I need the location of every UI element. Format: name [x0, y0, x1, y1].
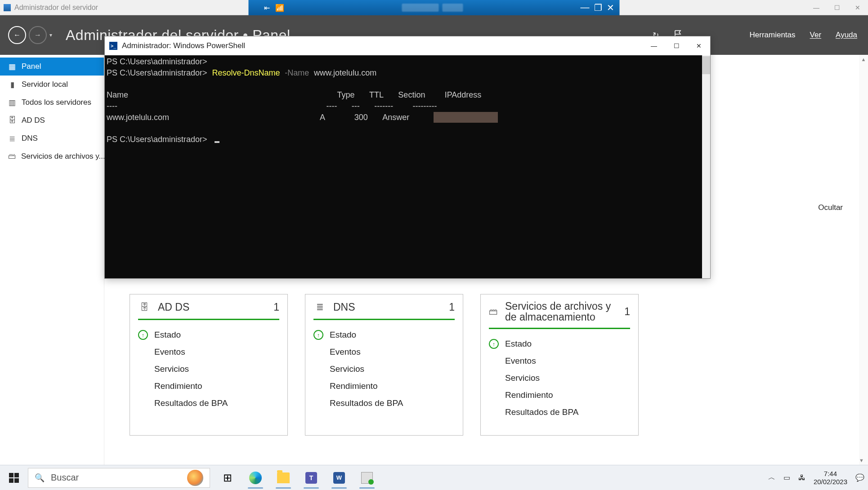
sidebar-item-panel[interactable]: ▦ Panel	[0, 58, 104, 76]
inner-close-button[interactable]: ✕	[607, 2, 614, 13]
dns-icon: ≣	[313, 301, 326, 313]
outer-minimize-button[interactable]: —	[806, 0, 827, 15]
taskbar-explorer[interactable]	[269, 465, 297, 490]
sidebar-item-file-services[interactable]: 🗃 Servicios de archivos y...	[0, 147, 104, 165]
status-up-icon: ↑	[313, 330, 323, 340]
sidebar-item-label: Servicios de archivos y...	[21, 152, 105, 161]
tile-file-services[interactable]: 🗃 Servicios de archivos y de almacenamie…	[480, 294, 639, 436]
servers-icon: ▥	[8, 98, 16, 107]
ps-scrollbar[interactable]	[702, 55, 710, 278]
storage-icon: 🗃	[8, 152, 16, 160]
tile-row-rendimiento[interactable]: Rendimiento	[138, 378, 279, 395]
nav-history-dropdown[interactable]: ▾	[49, 32, 52, 38]
nav-back-button[interactable]: ←	[8, 26, 26, 44]
status-up-icon: ↑	[138, 330, 148, 340]
tile-row-rendimiento[interactable]: Rendimiento	[489, 387, 630, 404]
quickstart-panel-border	[712, 85, 843, 248]
signal-icon: 📶	[275, 4, 284, 12]
powershell-titlebar[interactable]: >_ Administrador: Windows PowerShell — ☐…	[105, 36, 710, 55]
tile-adds[interactable]: 🗄 AD DS 1 ↑Estado Eventos Servicios Rend…	[130, 294, 288, 436]
tile-row-estado[interactable]: ↑Estado	[313, 326, 455, 343]
ps-maximize-button[interactable]: ☐	[665, 36, 688, 55]
inner-minimize-button[interactable]: —	[581, 2, 590, 13]
taskbar-search[interactable]: 🔍 Buscar	[28, 468, 210, 488]
tile-row-estado[interactable]: ↑Estado	[489, 335, 630, 352]
tile-row-servicios[interactable]: Servicios	[489, 370, 630, 387]
menu-ver[interactable]: Ver	[810, 31, 822, 40]
cursor	[215, 141, 219, 143]
menu-ayuda[interactable]: Ayuda	[836, 31, 857, 40]
menu-herramientas[interactable]: Herramientas	[750, 31, 796, 40]
tile-title: DNS	[333, 301, 355, 313]
sidebar-item-label: Panel	[22, 62, 41, 71]
tile-row-eventos[interactable]: Eventos	[313, 343, 455, 361]
folder-icon	[277, 472, 290, 483]
pin-icon[interactable]: ⇤	[264, 4, 270, 12]
content-scrollbar[interactable]: ▲ ▼	[859, 55, 868, 465]
sidebar-item-label: Servidor local	[22, 80, 68, 89]
taskbar: 🔍 Buscar ⊞ T W ︿ ▭ 🖧 7:44 20/02/2023 💬	[0, 465, 868, 490]
taskbar-server-manager[interactable]	[353, 465, 381, 490]
tile-row-eventos[interactable]: Eventos	[138, 343, 279, 361]
word-icon: W	[333, 472, 345, 484]
taskbar-teams[interactable]: T	[297, 465, 325, 490]
sidebar-item-label: AD DS	[22, 116, 45, 125]
adds-icon: 🗄	[138, 301, 151, 313]
outer-close-button[interactable]: ✕	[847, 0, 868, 15]
tile-divider	[313, 319, 455, 320]
outer-maximize-button[interactable]: ☐	[827, 0, 847, 15]
battery-icon[interactable]: ▭	[783, 473, 790, 482]
tile-divider	[138, 319, 279, 320]
tile-count: 1	[273, 301, 279, 313]
taskbar-word[interactable]: W	[325, 465, 353, 490]
tile-row-eventos[interactable]: Eventos	[489, 352, 630, 370]
tile-row-bpa[interactable]: Resultados de BPA	[489, 404, 630, 421]
tile-count: 1	[624, 306, 630, 318]
network-icon[interactable]: 🖧	[798, 474, 805, 482]
inner-title-blurred	[402, 4, 438, 12]
sidebar-item-label: Todos los servidores	[22, 98, 91, 107]
teams-icon: T	[305, 472, 317, 484]
tile-title: AD DS	[158, 301, 189, 313]
start-button[interactable]	[0, 465, 28, 490]
ps-close-button[interactable]: ✕	[688, 36, 710, 55]
tile-count: 1	[449, 301, 455, 313]
tile-dns[interactable]: ≣ DNS 1 ↑Estado Eventos Servicios Rendim…	[305, 294, 463, 436]
sidebar-item-dns[interactable]: ≣ DNS	[0, 129, 104, 147]
task-view-button[interactable]: ⊞	[214, 465, 242, 490]
edge-icon	[249, 472, 262, 484]
sidebar-item-all-servers[interactable]: ▥ Todos los servidores	[0, 94, 104, 111]
taskbar-clock[interactable]: 7:44 20/02/2023	[814, 470, 847, 486]
inner-title-blurred-2	[442, 4, 463, 12]
sidebar-item-adds[interactable]: 🗄 AD DS	[0, 111, 104, 129]
taskbar-edge[interactable]	[242, 465, 269, 490]
ocultar-link[interactable]: Ocultar	[818, 203, 843, 212]
inner-restore-button[interactable]: ❐	[594, 2, 602, 13]
ps-minimize-button[interactable]: —	[643, 36, 665, 55]
scroll-down-icon[interactable]: ▼	[859, 456, 864, 465]
window-title: Administrador del servidor	[14, 4, 98, 12]
powershell-window: >_ Administrador: Windows PowerShell — ☐…	[104, 36, 711, 279]
scroll-up-icon[interactable]: ▲	[859, 55, 868, 64]
status-up-icon: ↑	[489, 339, 499, 349]
tile-row-servicios[interactable]: Servicios	[138, 361, 279, 378]
tile-row-rendimiento[interactable]: Rendimiento	[313, 378, 455, 395]
action-center-button[interactable]: 💬	[855, 473, 864, 482]
role-tiles: 🗄 AD DS 1 ↑Estado Eventos Servicios Rend…	[130, 294, 857, 436]
search-placeholder: Buscar	[51, 472, 79, 483]
inner-window-controls: ⇤ 📶 — ❐ ✕	[249, 0, 620, 15]
tile-row-servicios[interactable]: Servicios	[313, 361, 455, 378]
tile-row-estado[interactable]: ↑Estado	[138, 326, 279, 343]
server-manager-icon	[4, 4, 11, 11]
dashboard-icon: ▦	[8, 62, 16, 71]
tray-overflow-button[interactable]: ︿	[768, 473, 775, 482]
sidebar-item-local-server[interactable]: ▮ Servidor local	[0, 76, 104, 94]
tile-row-bpa[interactable]: Resultados de BPA	[313, 395, 455, 412]
adds-icon: 🗄	[8, 116, 16, 125]
sidebar-item-label: DNS	[22, 134, 38, 143]
powershell-title: Administrador: Windows PowerShell	[122, 41, 245, 50]
cortana-icon[interactable]	[187, 470, 203, 486]
svg-rect-3	[14, 478, 19, 483]
tile-row-bpa[interactable]: Resultados de BPA	[138, 395, 279, 412]
powershell-console[interactable]: PS C:\Users\administrador> PS C:\Users\a…	[105, 55, 710, 278]
